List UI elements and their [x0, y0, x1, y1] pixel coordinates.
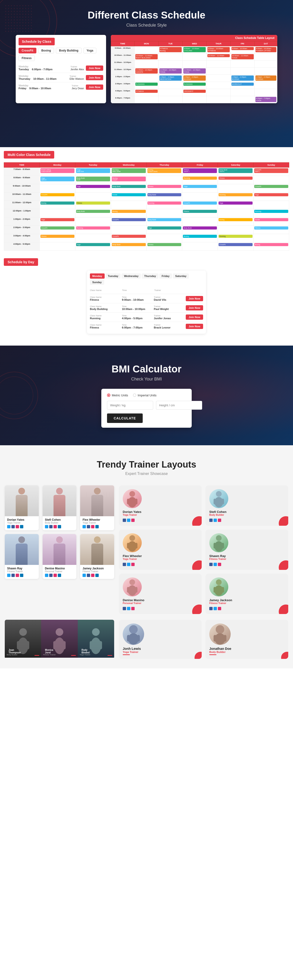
- imperial-radio[interactable]: Imperial Units: [133, 393, 157, 397]
- metric-radio-dot: [107, 393, 110, 397]
- facebook-icon[interactable]: [49, 574, 53, 577]
- twitter-icon[interactable]: [7, 574, 10, 577]
- svg-rect-28: [17, 641, 20, 649]
- instagram-icon[interactable]: [53, 525, 57, 528]
- schedule-cell: WORKOUT: [231, 82, 255, 89]
- instagram-icon[interactable]: [16, 525, 19, 528]
- linkedin-icon[interactable]: [20, 525, 23, 528]
- twitter-icon[interactable]: [127, 519, 130, 522]
- mc-cell: Fitness: [146, 184, 182, 192]
- trainer-silhouette: [209, 533, 228, 552]
- instagram-icon[interactable]: [16, 574, 19, 577]
- twitter-icon[interactable]: [214, 563, 217, 566]
- instagram-icon[interactable]: [131, 563, 134, 566]
- svg-point-30: [56, 628, 63, 636]
- schedule-cell: [134, 60, 159, 68]
- instagram-icon[interactable]: [218, 563, 221, 566]
- twitter-icon[interactable]: [83, 525, 86, 528]
- trainer-role: Body Builder: [209, 514, 224, 516]
- trainer-circle-card: Shawn Ray Fitness Trainer: [205, 530, 288, 570]
- twitter-icon[interactable]: [45, 525, 48, 528]
- byday-saturday[interactable]: Saturday: [173, 274, 189, 278]
- metric-radio[interactable]: Metric Units: [107, 393, 128, 397]
- facebook-icon[interactable]: [49, 525, 53, 528]
- trainer-circle-image: [123, 578, 142, 597]
- mc-cell: Boxing: [182, 234, 218, 242]
- trainers-right-panel: Dorian Yates Yoga Trainer: [119, 485, 288, 614]
- facebook-icon[interactable]: [209, 607, 213, 610]
- mc-cell: Body Build: [111, 242, 146, 251]
- mc-cell: Running: [182, 176, 218, 184]
- height-input[interactable]: [156, 401, 202, 410]
- instagram-icon[interactable]: [91, 574, 94, 577]
- twitter-icon[interactable]: [127, 607, 130, 610]
- join-btn[interactable]: Join Now: [186, 305, 203, 310]
- trainer-label: Trainer Jecy Dean: [72, 84, 84, 90]
- facebook-icon[interactable]: [87, 525, 90, 528]
- facebook-icon[interactable]: [123, 519, 126, 522]
- join-button[interactable]: Join Now: [86, 84, 103, 90]
- twitter-icon[interactable]: [45, 574, 48, 577]
- byday-wednesday[interactable]: Wednesday: [122, 274, 141, 278]
- linkedin-icon[interactable]: [20, 574, 23, 577]
- tab-fitness[interactable]: Fitness: [19, 55, 35, 61]
- mth-sat: Saturday: [218, 162, 253, 167]
- facebook-icon[interactable]: [209, 563, 213, 566]
- linkedin-icon[interactable]: [95, 574, 99, 577]
- twitter-icon[interactable]: [83, 574, 86, 577]
- instagram-icon[interactable]: [218, 519, 221, 522]
- dark-trainer-card: Rody Binded Yoga Trainer: [78, 620, 114, 658]
- facebook-icon[interactable]: [87, 574, 90, 577]
- byday-monday[interactable]: Monday: [90, 274, 105, 278]
- join-btn[interactable]: Join Now: [186, 296, 203, 301]
- instagram-icon[interactable]: [218, 607, 221, 610]
- linkedin-icon[interactable]: [58, 574, 61, 577]
- byday-thursday[interactable]: Thursday: [142, 274, 159, 278]
- multi-time-cell: 3:00pm - 4:00pm: [4, 234, 40, 242]
- tab-boxing[interactable]: Boxing: [38, 48, 54, 53]
- facebook-icon[interactable]: [209, 519, 213, 522]
- byday-tuesday[interactable]: Tuesday: [106, 274, 121, 278]
- facebook-icon[interactable]: [11, 574, 15, 577]
- weight-input[interactable]: [107, 401, 153, 410]
- twitter-icon[interactable]: [214, 607, 217, 610]
- trainer-image: [43, 534, 77, 565]
- schedule-cell: [255, 53, 277, 60]
- join-btn[interactable]: Join Now: [186, 315, 203, 320]
- twitter-icon[interactable]: [7, 525, 10, 528]
- instagram-icon[interactable]: [131, 607, 134, 610]
- multi-time-cell: 10:00am - 11:00am: [4, 192, 40, 201]
- svg-rect-33: [63, 641, 66, 649]
- facebook-icon[interactable]: [11, 525, 15, 528]
- instagram-icon[interactable]: [131, 519, 134, 522]
- facebook-icon[interactable]: [123, 607, 126, 610]
- facebook-icon[interactable]: [123, 563, 126, 566]
- join-button[interactable]: Join Now: [86, 75, 103, 80]
- byday-sunday[interactable]: Sunday: [90, 280, 104, 285]
- time-cell: 4:00pm - 5:00pm: [111, 89, 134, 96]
- bmi-inputs: [107, 401, 186, 410]
- instagram-icon[interactable]: [91, 525, 94, 528]
- twitter-icon[interactable]: [127, 563, 130, 566]
- mth-mon: Monday: [40, 162, 75, 167]
- schedule-cell: [255, 82, 277, 89]
- join-btn[interactable]: Join Now: [186, 324, 203, 329]
- linkedin-icon[interactable]: [58, 525, 61, 528]
- twitter-icon[interactable]: [214, 519, 217, 522]
- mc-cell: Yoga: [218, 201, 253, 209]
- schedule-cell: 10:00am - 11:00amYOGA: [231, 53, 255, 60]
- tab-yoga[interactable]: Yoga: [83, 48, 96, 53]
- byday-friday[interactable]: Friday: [159, 274, 172, 278]
- mc-cell: CrossFitMark L: [253, 167, 289, 176]
- calculate-button[interactable]: CALCULATE: [107, 414, 143, 423]
- instagram-icon[interactable]: [53, 574, 57, 577]
- tab-bodybuilding[interactable]: Body Building: [56, 48, 81, 53]
- svg-rect-4: [127, 499, 130, 504]
- linkedin-icon[interactable]: [95, 525, 99, 528]
- join-button[interactable]: Join Now: [86, 65, 103, 71]
- schedule-cell: 11:00am - 12:30pmKARATE: [134, 68, 159, 75]
- tab-crossfit[interactable]: CrossFit: [19, 48, 37, 53]
- schedule-cell: RUNNING: [134, 82, 159, 89]
- schedule-cell: [207, 60, 231, 68]
- trainer-role: Yoga Trainer: [123, 558, 137, 560]
